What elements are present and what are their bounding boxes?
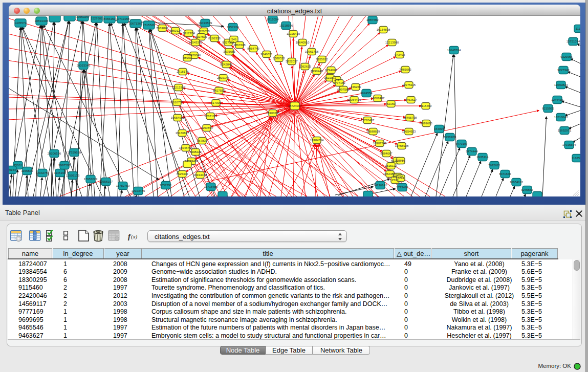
svg-text:8454749: 8454749 (247, 47, 259, 50)
svg-text:12505135: 12505135 (66, 174, 80, 177)
svg-text:9329966: 9329966 (560, 55, 573, 58)
svg-text:9997588: 9997588 (58, 164, 71, 167)
svg-text:9474444: 9474444 (466, 150, 478, 153)
svg-text:19166827: 19166827 (176, 132, 189, 135)
svg-text:2935114: 2935114 (477, 156, 489, 159)
svg-text:546: 546 (231, 38, 237, 41)
svg-text:2214: 2214 (397, 177, 404, 180)
svg-text:7515526: 7515526 (143, 24, 155, 27)
svg-text:16033809: 16033809 (199, 21, 212, 25)
svg-text:3675685: 3675685 (223, 50, 235, 53)
svg-text:367833: 367833 (197, 139, 208, 142)
svg-text:10958107: 10958107 (99, 180, 113, 183)
svg-text:417005: 417005 (211, 101, 222, 104)
svg-text:1362615: 1362615 (299, 65, 311, 68)
svg-text:10654112: 10654112 (510, 181, 524, 184)
svg-text:9699695: 9699695 (420, 122, 432, 125)
svg-text:19218506: 19218506 (279, 24, 293, 27)
svg-text:24099489: 24099489 (185, 160, 199, 163)
svg-text:20206526: 20206526 (48, 152, 61, 155)
svg-text:8466160: 8466160 (103, 17, 116, 20)
svg-text:7485063: 7485063 (399, 68, 411, 71)
svg-text:7955812: 7955812 (316, 58, 328, 61)
svg-text:12093823: 12093823 (554, 83, 568, 86)
svg-text:1405572: 1405572 (14, 21, 27, 25)
svg-text:15716485: 15716485 (204, 185, 218, 188)
svg-text:98901: 98901 (183, 56, 192, 59)
svg-text:12942757: 12942757 (36, 171, 50, 174)
svg-text:39154: 39154 (9, 168, 16, 171)
svg-text:2867608: 2867608 (233, 43, 246, 47)
svg-text:6479197: 6479197 (455, 142, 468, 145)
svg-text:2226058: 2226058 (198, 30, 210, 33)
svg-text:14136141: 14136141 (374, 184, 387, 187)
svg-text:20364436: 20364436 (347, 98, 361, 101)
svg-text:16782759: 16782759 (116, 184, 130, 187)
svg-text:20691406: 20691406 (35, 19, 49, 23)
svg-text:1145194: 1145194 (54, 171, 67, 174)
svg-text:1527602: 1527602 (91, 17, 103, 20)
svg-text:7625402: 7625402 (176, 172, 188, 176)
svg-text:1244415: 1244415 (551, 98, 563, 101)
svg-text:746266: 746266 (351, 85, 361, 89)
svg-text:1117: 1117 (576, 27, 580, 30)
svg-text:10961758: 10961758 (305, 50, 319, 53)
svg-text:16495758: 16495758 (403, 116, 417, 119)
svg-text:116753: 116753 (572, 157, 580, 160)
svg-text:18907249: 18907249 (373, 142, 387, 145)
svg-text:9463627: 9463627 (405, 98, 417, 101)
svg-text:10688609: 10688609 (366, 130, 380, 133)
svg-text:16648764: 16648764 (447, 49, 461, 52)
svg-text:12213302: 12213302 (172, 86, 186, 89)
svg-text:8912954: 8912954 (183, 32, 195, 35)
svg-text:10807487: 10807487 (371, 97, 385, 100)
svg-text:1588520: 1588520 (273, 57, 285, 60)
svg-text:8938923: 8938923 (444, 136, 456, 139)
svg-text:15720407: 15720407 (361, 119, 375, 122)
svg-text:10653267: 10653267 (76, 16, 90, 18)
svg-text:9242848: 9242848 (220, 63, 232, 66)
svg-text:8186328: 8186328 (208, 37, 221, 40)
svg-text:12923486: 12923486 (132, 189, 145, 192)
svg-text:35061: 35061 (14, 164, 23, 167)
svg-text:9857791: 9857791 (160, 184, 172, 187)
svg-text:18300295: 18300295 (266, 112, 280, 115)
svg-text:17359928: 17359928 (68, 151, 81, 154)
svg-text:19654982: 19654982 (171, 116, 185, 119)
svg-text:1156829: 1156829 (21, 169, 34, 172)
svg-text:2803144: 2803144 (217, 76, 229, 79)
svg-text:8215955: 8215955 (542, 107, 554, 110)
svg-text:1615132: 1615132 (385, 164, 397, 167)
svg-text:11325419: 11325419 (287, 32, 300, 35)
svg-text:973493: 973493 (395, 53, 405, 56)
svg-text:5498222: 5498222 (189, 150, 202, 154)
svg-text:16210643: 16210643 (554, 116, 568, 119)
svg-text:12975115: 12975115 (402, 83, 416, 86)
svg-text:10671365: 10671365 (129, 22, 143, 25)
svg-text:16154838: 16154838 (377, 28, 390, 31)
svg-text:16543392: 16543392 (189, 41, 203, 44)
svg-text:20053346: 20053346 (77, 64, 91, 67)
svg-text:19654923: 19654923 (402, 130, 416, 133)
svg-text:1733426: 1733426 (396, 186, 408, 189)
svg-text:5822037: 5822037 (286, 60, 298, 63)
svg-text:8471676: 8471676 (499, 172, 511, 176)
svg-text:2887682: 2887682 (366, 18, 379, 21)
svg-text:8813054: 8813054 (267, 18, 279, 21)
svg-text:18640910: 18640910 (296, 41, 310, 44)
svg-text:10719155: 10719155 (116, 17, 130, 20)
svg-text:20746: 20746 (397, 159, 405, 162)
svg-text:9115460: 9115460 (420, 104, 432, 107)
svg-text:9777169: 9777169 (333, 81, 345, 84)
svg-text:16046756: 16046756 (179, 146, 193, 149)
svg-text:2718176: 2718176 (177, 70, 189, 73)
svg-text:1610755: 1610755 (171, 101, 183, 104)
svg-text:8427552: 8427552 (213, 89, 225, 92)
svg-text:9245652: 9245652 (521, 188, 533, 191)
svg-text:(x): (x) (131, 233, 138, 240)
svg-text:19756928: 19756928 (395, 144, 409, 147)
svg-text:9860124: 9860124 (169, 29, 182, 32)
svg-text:18724007: 18724007 (288, 104, 302, 107)
svg-text:7357224: 7357224 (227, 26, 239, 29)
svg-text:1353594: 1353594 (201, 126, 213, 129)
